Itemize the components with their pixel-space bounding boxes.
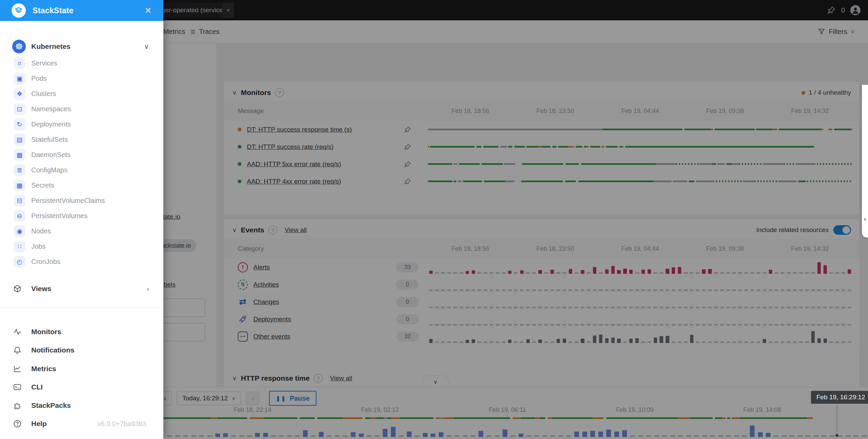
navigation-drawer: StackState ✕ ☸ Kubernetes ∨ ⌗ Services ▣… bbox=[0, 0, 163, 439]
drawer-close-icon[interactable]: ✕ bbox=[144, 5, 152, 16]
sidebar-item[interactable]: ⊡ Namespaces bbox=[0, 101, 163, 117]
chevron-left-icon: ‹ bbox=[864, 216, 866, 223]
right-panel-handle[interactable]: ‹ bbox=[862, 85, 868, 237]
resource-icon: ▩ bbox=[14, 179, 25, 191]
resource-icon: ⊖ bbox=[14, 210, 25, 222]
sidebar-item[interactable]: ◴ CronJobs bbox=[0, 254, 163, 269]
sidebar-item[interactable]: ⌗ Services bbox=[0, 56, 163, 71]
pulse-icon bbox=[13, 327, 22, 336]
sidebar-item[interactable]: ⊟ PersistentVolumeClaims bbox=[0, 193, 163, 208]
sidebar-item-stackpacks[interactable]: StackPacks bbox=[0, 398, 163, 413]
sidebar-item[interactable]: ∷ Jobs bbox=[0, 239, 163, 254]
sidebar-item[interactable]: ⊖ PersistentVolumes bbox=[0, 208, 163, 224]
drawer-header: StackState ✕ bbox=[0, 0, 163, 21]
sidebar-item[interactable]: ◉ Nodes bbox=[0, 224, 163, 239]
resource-icon: ⊟ bbox=[14, 195, 25, 207]
sidebar-item-help[interactable]: Help v6.0.0+7ba93b3 bbox=[0, 416, 163, 432]
help-circle-icon bbox=[13, 419, 22, 428]
sidebar-item[interactable]: ▩ Secrets bbox=[0, 178, 163, 193]
cube-icon bbox=[13, 284, 22, 293]
resource-icon: ≣ bbox=[14, 164, 25, 176]
chevron-down-icon: ∨ bbox=[144, 42, 149, 51]
resource-icon: ↻ bbox=[14, 118, 25, 130]
sidebar-item[interactable]: ≣ ConfigMaps bbox=[0, 163, 163, 178]
sidebar-item-notifications[interactable]: Notifications bbox=[0, 342, 163, 358]
sidebar-item[interactable]: ↻ Deployments bbox=[0, 117, 163, 132]
sidebar-item[interactable]: ▦ DaemonSets bbox=[0, 147, 163, 163]
sidebar-item-metrics[interactable]: Metrics bbox=[0, 361, 163, 377]
divider bbox=[0, 307, 163, 308]
sidebar-item[interactable]: ▣ Pods bbox=[0, 71, 163, 86]
bell-icon bbox=[13, 346, 22, 355]
resource-icon: ⌗ bbox=[14, 57, 25, 69]
puzzle-icon bbox=[13, 401, 22, 410]
sidebar-item-cli[interactable]: CLI bbox=[0, 379, 163, 395]
resource-icon: ❖ bbox=[14, 88, 25, 100]
chevron-right-icon: › bbox=[147, 285, 149, 293]
app-version: v6.0.0+7ba93b3 bbox=[97, 420, 146, 428]
current-time-tooltip: Feb 19, 16:29:12 bbox=[811, 391, 868, 404]
stackstate-logo-icon bbox=[12, 3, 26, 18]
sidebar-item[interactable]: ❖ Clusters bbox=[0, 86, 163, 101]
chart-icon bbox=[13, 364, 22, 373]
resource-icon: ◉ bbox=[14, 225, 25, 237]
resource-icon: ▤ bbox=[14, 134, 25, 146]
terminal-icon bbox=[13, 383, 22, 392]
current-time-marker[interactable] bbox=[837, 404, 837, 436]
sidebar-item-kubernetes[interactable]: ☸ Kubernetes ∨ bbox=[0, 39, 163, 54]
resource-icon: ▣ bbox=[14, 73, 25, 84]
app-root: cluster-manager-operated (service) ▾ 0 ∿… bbox=[0, 0, 868, 439]
sidebar-item[interactable]: ▤ StatefulSets bbox=[0, 132, 163, 147]
sidebar-item-monitors[interactable]: Monitors bbox=[0, 324, 163, 340]
resource-icon: ⊡ bbox=[14, 103, 25, 115]
sidebar-item-views[interactable]: Views › bbox=[0, 281, 163, 297]
brand-title: StackState bbox=[33, 6, 74, 15]
resource-icon: ◴ bbox=[14, 256, 25, 268]
kubernetes-icon: ☸ bbox=[12, 40, 26, 53]
resource-icon: ▦ bbox=[14, 149, 25, 161]
resource-icon: ∷ bbox=[14, 241, 25, 252]
